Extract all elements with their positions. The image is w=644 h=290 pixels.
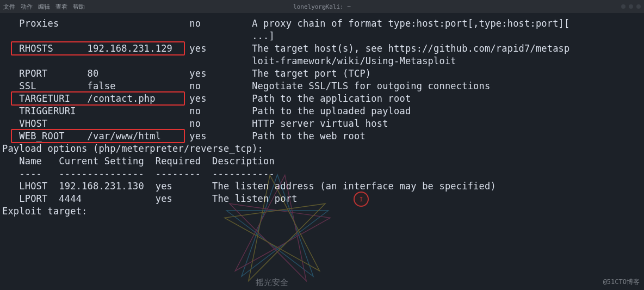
terminal-line: WEB_ROOT /var/www/html yes Path to the w… <box>2 130 644 143</box>
terminal-line: RHOSTS 192.168.231.129 yes The target ho… <box>2 42 644 55</box>
watermark-text: 摇光安全 <box>256 278 288 287</box>
terminal-output[interactable]: Proxies no A proxy chain of format type:… <box>0 13 644 218</box>
terminal-line: LHOST 192.168.231.130 yes The listen add… <box>2 180 644 193</box>
minimize-icon[interactable] <box>621 4 626 9</box>
menu-view[interactable]: 查看 <box>55 3 67 11</box>
menu-edit[interactable]: 编辑 <box>38 3 50 11</box>
terminal-line: TARGETURI /contact.php yes Path to the a… <box>2 92 644 105</box>
terminal-line: loit-framework/wiki/Using-Metasploit <box>2 55 644 67</box>
menu-bar[interactable]: 文件 动作 编辑 查看 帮助 <box>3 0 85 13</box>
terminal-line: ...] <box>2 30 644 42</box>
terminal-line: Exploit target: <box>2 205 644 218</box>
terminal-line: LPORT 4444 yes The listen port <box>2 193 644 205</box>
terminal-line: Payload options (php/meterpreter/reverse… <box>2 143 644 155</box>
menu-help[interactable]: 帮助 <box>73 3 85 11</box>
terminal-line: SSL false no Negotiate SSL/TLS for outgo… <box>2 80 644 92</box>
close-icon[interactable] <box>636 4 641 9</box>
maximize-icon[interactable] <box>629 4 633 9</box>
credit-text: @51CTO博客 <box>603 277 640 287</box>
window-title: lonelyor@Kali: ~ <box>293 3 351 10</box>
menu-file[interactable]: 文件 <box>3 3 15 11</box>
menu-action[interactable]: 动作 <box>21 3 33 11</box>
terminal-line: RPORT 80 yes The target port (TCP) <box>2 67 644 80</box>
terminal-line: TRIGGERURI no Path to the uploaded paylo… <box>2 105 644 118</box>
terminal-line: Name Current Setting Required Descriptio… <box>2 155 644 168</box>
terminal-line: ---- --------------- -------- ----------… <box>2 168 644 180</box>
window-controls[interactable] <box>621 0 641 13</box>
terminal-line: VHOST no HTTP server virtual host <box>2 118 644 130</box>
titlebar: 文件 动作 编辑 查看 帮助 lonelyor@Kali: ~ <box>0 0 644 13</box>
terminal-line: Proxies no A proxy chain of format type:… <box>2 17 644 30</box>
